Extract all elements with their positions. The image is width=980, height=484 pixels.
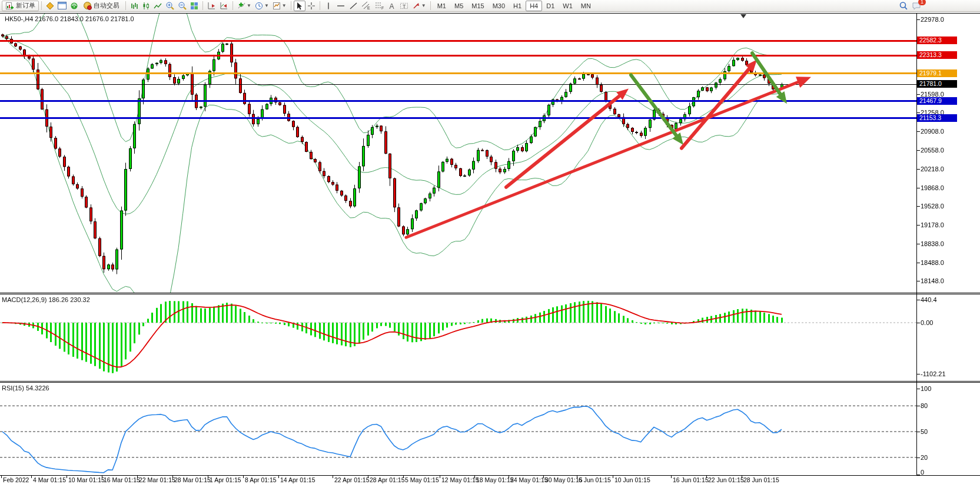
- auto-trading-icon: [84, 2, 91, 9]
- svg-text:T: T: [403, 3, 406, 9]
- mt4-window: 新订单 自动交易 ▼ ▼ ▼ E F A T ▼: [0, 0, 980, 484]
- line-chart-icon: [154, 2, 162, 10]
- candlestick-chart-icon: [142, 2, 150, 10]
- horizontal-line-tool-button[interactable]: [334, 1, 347, 11]
- horizontal-line-icon: [336, 2, 346, 10]
- separator: [430, 1, 431, 10]
- arrow-objects-icon: [412, 2, 420, 10]
- separator: [41, 1, 42, 10]
- periods-button[interactable]: ▼: [253, 1, 271, 11]
- zoom-out-button[interactable]: [176, 1, 188, 11]
- separator: [232, 1, 233, 10]
- crosshair-tool-button[interactable]: [305, 1, 317, 11]
- bar-chart-icon: [130, 2, 138, 10]
- new-order-icon: [5, 2, 14, 10]
- signals-icon: [70, 2, 78, 10]
- cursor-icon: [295, 2, 303, 10]
- chevron-down-icon: ▼: [282, 3, 287, 8]
- chart-shift-icon: [207, 2, 216, 10]
- candlestick-chart-button[interactable]: [140, 1, 152, 11]
- crosshair-icon: [307, 2, 315, 10]
- timeframe-mn[interactable]: MN: [577, 1, 595, 11]
- chart-shift-button[interactable]: [205, 1, 218, 11]
- chevron-down-icon: ▼: [421, 3, 426, 8]
- auto-scroll-button[interactable]: [218, 1, 230, 11]
- timeframe-m15[interactable]: M15: [467, 1, 488, 11]
- timeframe-m5[interactable]: M5: [450, 1, 467, 11]
- fibonacci-icon: F: [374, 1, 384, 10]
- new-order-label: 新订单: [16, 1, 35, 10]
- separator: [320, 1, 320, 10]
- vertical-line-tool-button[interactable]: [323, 1, 334, 11]
- indicators-icon: [237, 2, 245, 10]
- timeframe-d1[interactable]: D1: [542, 1, 559, 11]
- timeframe-m1[interactable]: M1: [433, 1, 450, 11]
- search-button[interactable]: [897, 1, 910, 11]
- trendline-tool-button[interactable]: [347, 1, 360, 11]
- zoom-in-icon: [165, 1, 174, 10]
- chat-button[interactable]: 1: [910, 1, 923, 11]
- data-window-button[interactable]: [56, 1, 68, 11]
- market-watch-icon: [46, 2, 54, 10]
- zoom-out-icon: [178, 1, 187, 10]
- chevron-down-icon: ▼: [264, 3, 269, 8]
- auto-trading-button[interactable]: 自动交易: [80, 1, 123, 11]
- new-order-button[interactable]: 新订单: [2, 1, 39, 11]
- separator: [291, 1, 291, 10]
- separator: [125, 1, 126, 10]
- tile-windows-icon: [190, 2, 198, 10]
- fibonacci-tool-button[interactable]: F: [373, 1, 386, 11]
- equidistant-channel-icon: E: [361, 1, 371, 10]
- timeframe-w1[interactable]: W1: [559, 1, 577, 11]
- auto-scroll-icon: [220, 2, 228, 10]
- cursor-tool-button[interactable]: [294, 1, 305, 11]
- template-icon: [273, 2, 281, 10]
- chart-canvas[interactable]: [0, 0, 980, 484]
- auto-trading-label: 自动交易: [94, 1, 119, 10]
- zoom-in-button[interactable]: [164, 1, 176, 11]
- data-window-icon: [58, 2, 67, 9]
- timeframe-h1[interactable]: H1: [509, 1, 526, 11]
- svg-text:E: E: [367, 6, 370, 10]
- chevron-down-icon: ▼: [247, 3, 251, 8]
- svg-text:F: F: [381, 6, 384, 10]
- timeframe-m30[interactable]: M30: [489, 1, 509, 11]
- line-chart-button[interactable]: [152, 1, 164, 11]
- trendline-icon: [349, 2, 358, 10]
- toolbar: 新订单 自动交易 ▼ ▼ ▼ E F A T ▼: [0, 0, 980, 12]
- vertical-line-icon: [325, 2, 332, 10]
- text-tool-button[interactable]: A: [386, 1, 398, 11]
- tile-windows-button[interactable]: [188, 1, 200, 11]
- text-label-tool-button[interactable]: T: [398, 1, 410, 11]
- timeframe-h4[interactable]: H4: [526, 1, 542, 11]
- arrows-tool-button[interactable]: ▼: [410, 1, 428, 11]
- chat-badge: 1: [918, 0, 926, 5]
- bar-chart-button[interactable]: [128, 1, 140, 11]
- timeframe-group: M1M5M15M30H1H4D1W1MN: [433, 1, 595, 11]
- search-icon: [899, 1, 908, 11]
- separator: [202, 1, 203, 10]
- text-label-icon: T: [400, 2, 408, 10]
- clock-icon: [255, 2, 263, 10]
- equidistant-channel-tool-button[interactable]: E: [360, 1, 373, 11]
- templates-button[interactable]: ▼: [271, 1, 288, 11]
- indicators-button[interactable]: ▼: [235, 1, 253, 11]
- text-icon: A: [388, 2, 396, 10]
- svg-text:A: A: [390, 2, 394, 10]
- market-watch-button[interactable]: [44, 1, 56, 11]
- signals-button[interactable]: [68, 1, 80, 11]
